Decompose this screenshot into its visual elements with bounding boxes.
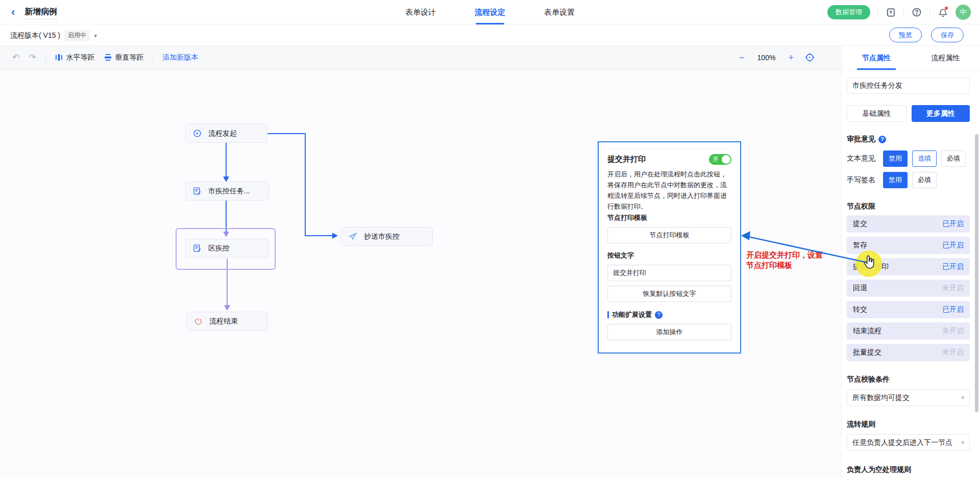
chevron-down-icon[interactable]: ▾ [94, 32, 97, 39]
flow-rule-title: 流转规则 [847, 420, 875, 429]
node-label: 区疾控 [208, 244, 230, 253]
contacts-icon[interactable] [885, 7, 896, 18]
version-label: 流程版本( V15 ) [10, 31, 60, 40]
divider [45, 54, 46, 62]
tab-flow-setting[interactable]: 流程设定 [475, 0, 505, 24]
add-action-button[interactable]: 添加操作 [607, 324, 731, 340]
restore-default-button[interactable]: 恢复默认按钮文字 [607, 286, 731, 302]
form-edit-icon [193, 187, 202, 195]
version-info[interactable]: 流程版本( V15 ) 启用中 ▾ [10, 30, 97, 41]
permission-status: 已开启 [942, 219, 964, 229]
permission-label: 回退 [853, 284, 867, 293]
form-edit-icon [193, 244, 202, 253]
basic-properties-button[interactable]: 基础属性 [847, 105, 906, 122]
print-template-label: 节点打印模板 [607, 213, 731, 222]
vertical-equal-icon [104, 54, 112, 61]
tab-flow-properties[interactable]: 流程属性 [911, 46, 980, 70]
horizontal-equal-button[interactable]: 水平等距 [55, 53, 95, 62]
popup-title: 提交并打印 [607, 155, 646, 164]
undo-icon[interactable]: ↶ [12, 52, 19, 63]
node-district-cdc[interactable]: 区疾控 [185, 239, 269, 258]
node-flow-end[interactable]: 流程结束 [186, 312, 268, 331]
node-name-input[interactable] [847, 78, 970, 94]
help-icon[interactable] [911, 7, 922, 18]
hand-cursor-icon [862, 255, 876, 270]
submit-print-popup: 提交并打印 开 开启后，用户在处理流程时点击此按钮，将保存用户在此节点中对数据的… [598, 141, 741, 354]
redo-icon[interactable]: ↷ [29, 52, 36, 63]
permission-row-end-flow[interactable]: 结束流程 未开启 [847, 322, 970, 340]
tab-form-config[interactable]: 表单设置 [544, 0, 575, 24]
zoom-level: 100% [755, 54, 777, 62]
permission-label: 转交 [853, 305, 867, 314]
divider [153, 54, 154, 62]
permission-label: 暂存 [853, 241, 867, 250]
tab-node-properties[interactable]: 节点属性 [842, 46, 911, 70]
app-header: ‹ 新增病例 表单设计 流程设定 表单设置 数据管理 中 [0, 0, 980, 24]
save-button[interactable]: 保存 [931, 28, 964, 42]
print-template-button[interactable]: 节点打印模板 [607, 227, 731, 243]
add-new-version-button[interactable]: 添加新版本 [163, 53, 199, 62]
signature-disable-button[interactable]: 禁用 [883, 172, 908, 188]
vertical-equal-button[interactable]: 垂直等距 [104, 53, 144, 62]
tab-form-design[interactable]: 表单设计 [405, 0, 436, 24]
canvas-toolbar: ↶ ↷ 水平等距 垂直等距 添加新版本 − 100% + [0, 46, 841, 69]
validation-select[interactable]: 所有数据均可提交 ▾ [847, 389, 970, 406]
node-label: 市疾控任务... [208, 187, 250, 196]
extension-setting-label: 功能扩展设置 [612, 310, 652, 319]
signature-label: 手写签名 [847, 175, 878, 185]
divider [903, 8, 904, 16]
section-bar [607, 311, 609, 318]
permission-label: 提交 [853, 219, 867, 229]
version-bar: 流程版本( V15 ) 启用中 ▾ 预览 保存 [0, 24, 980, 46]
permission-status: 已开启 [942, 241, 964, 250]
node-flow-start[interactable]: 流程发起 [185, 124, 267, 143]
validation-value: 所有数据均可提交 [852, 393, 910, 402]
data-manage-button[interactable]: 数据管理 [827, 5, 870, 19]
divider [607, 148, 731, 149]
text-opinion-required-button[interactable]: 必填 [941, 150, 966, 167]
flow-rule-value: 任意负责人提交后进入下一节点 [852, 438, 952, 447]
header-right: 数据管理 中 [827, 0, 971, 24]
text-opinion-optional-button[interactable]: 选填 [912, 150, 937, 167]
permission-row-rollback[interactable]: 回退 未开启 [847, 280, 970, 297]
text-opinion-disable-button[interactable]: 禁用 [883, 150, 908, 167]
help-icon[interactable]: ? [655, 311, 663, 319]
send-plane-icon [349, 232, 357, 241]
node-cc-city-cdc[interactable]: 抄送市疾控 [341, 227, 433, 246]
signature-required-button[interactable]: 必填 [912, 172, 937, 188]
permission-status: 未开启 [942, 284, 964, 293]
node-city-cdc-task[interactable]: 市疾控任务... [185, 182, 269, 200]
permission-row-save-draft[interactable]: 暂存 已开启 [847, 237, 970, 254]
preview-button[interactable]: 预览 [889, 28, 922, 42]
horizontal-equal-label: 水平等距 [66, 53, 95, 62]
zoom-out-button[interactable]: − [739, 53, 745, 62]
notification-bell-icon[interactable] [937, 7, 948, 18]
sidebar-scrollbar[interactable] [975, 134, 978, 412]
play-icon [193, 129, 202, 138]
chevron-down-icon: ▾ [961, 394, 964, 401]
permission-status: 已开启 [942, 262, 964, 271]
permission-label: 结束流程 [853, 326, 881, 336]
zoom-in-button[interactable]: + [788, 53, 794, 62]
permission-row-batch-submit[interactable]: 批量提交 未开启 [847, 344, 970, 361]
validation-title: 节点校验条件 [847, 375, 890, 384]
toggle-on-label: 开 [713, 156, 719, 163]
fit-center-icon[interactable] [805, 53, 815, 62]
approval-opinion-title: 审批意见 [847, 135, 875, 144]
more-properties-button[interactable]: 更多属性 [912, 105, 970, 122]
divider [877, 8, 878, 16]
node-permission-title: 节点权限 [847, 202, 875, 211]
avatar[interactable]: 中 [955, 5, 971, 20]
button-text-label: 按钮文字 [607, 251, 731, 260]
version-actions: 预览 保存 [889, 28, 964, 42]
horizontal-equal-icon [55, 54, 63, 61]
text-opinion-label: 文本意见 [847, 154, 878, 163]
submit-print-toggle[interactable]: 开 [709, 154, 731, 165]
flow-rule-select[interactable]: 任意负责人提交后进入下一节点 ▾ [847, 434, 970, 451]
button-text-input[interactable] [607, 265, 731, 281]
toggle-knob [722, 155, 730, 164]
permission-row-submit[interactable]: 提交 已开启 [847, 215, 970, 233]
help-icon[interactable]: ? [878, 136, 886, 143]
permission-row-transfer[interactable]: 转交 已开启 [847, 301, 970, 318]
vertical-equal-label: 垂直等距 [115, 53, 144, 62]
